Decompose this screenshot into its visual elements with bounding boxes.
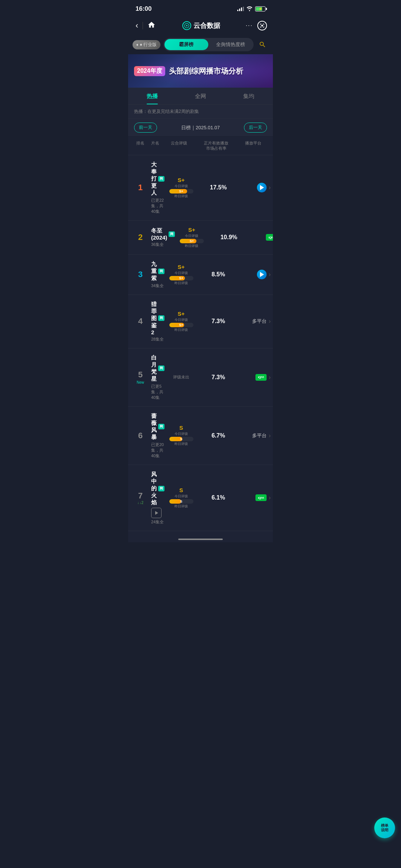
table-row[interactable]: 2 冬至(2024) 网 36集全 S+ 今日评级 S+ 昨日评级 10.9% … — [128, 221, 273, 255]
show-title-1: 大奉打更人 网 — [151, 161, 164, 196]
rating-badge-7: S — [179, 487, 183, 493]
signal-icon — [237, 7, 244, 11]
battery-icon: ⚡ — [255, 6, 265, 12]
home-button[interactable] — [146, 19, 157, 32]
back-button[interactable]: ‹ — [134, 19, 140, 32]
title-col-3: 九重紫 网 34集全 — [150, 261, 164, 289]
diamond-icon: ♦ — [136, 42, 138, 47]
prev-day-button[interactable]: 前一天 — [134, 123, 157, 133]
status-time: 16:00 — [136, 5, 151, 13]
yesterday-label: 昨日评级 — [175, 328, 188, 332]
market-col-7: 6.1% — [198, 494, 239, 501]
today-bar: S — [169, 499, 193, 504]
header-rank: 排名 — [131, 140, 150, 151]
tab-avg[interactable]: 集均 — [225, 88, 273, 104]
date-navigation: 前一天 日榜｜2025.01.07 后一天 — [128, 119, 273, 137]
iqiyi-icon: iQIYI — [255, 374, 267, 381]
wifi-icon — [246, 6, 253, 12]
table-row[interactable]: 1 大奉打更人 网 已更22集，共40集 S+ 今日评级 S+ 昨日评级 17.… — [128, 155, 273, 221]
table-row[interactable]: 6 蔷薇风暴 网 已更20集，共40集 S 今日评级 S 昨日评级 6.7% 多… — [128, 407, 273, 465]
platform-col-3: › — [239, 270, 272, 279]
svg-point-1 — [186, 25, 188, 26]
today-bar-label: S — [180, 500, 182, 503]
show-subtitle-6: 已更20集，共40集 — [151, 442, 164, 459]
net-badge: 网 — [158, 486, 164, 491]
title-col-4: 猎罪图鉴2 网 28集全 — [150, 301, 164, 342]
rating-bar-4: 今日评级 S+ 昨日评级 — [166, 318, 196, 332]
today-label: 今日评级 — [175, 271, 188, 276]
show-subtitle-7: 24集全 — [151, 519, 164, 525]
yesterday-label: 昨日评级 — [175, 281, 188, 286]
today-bar: S+ — [169, 276, 193, 280]
search-button[interactable] — [257, 39, 268, 51]
table-row[interactable]: 4 猎罪图鉴2 网 28集全 S+ 今日评级 S+ 昨日评级 7.3% 多平台 … — [128, 295, 273, 348]
platform-col-6: 多平台 › — [239, 432, 272, 439]
platform-col-1: › — [239, 183, 272, 192]
header-rating: 云合评级 — [162, 140, 196, 151]
market-col-3: 8.5% — [198, 271, 239, 278]
today-bar-label: S+ — [179, 189, 183, 193]
iqiyi-icon: iQIYI — [255, 494, 267, 501]
platform-col-7: iQIYI › — [239, 494, 272, 501]
show-subtitle-2: 36集全 — [151, 242, 175, 247]
youku-icon — [257, 270, 267, 279]
yunhe-logo — [182, 21, 191, 30]
arrow-right: › — [269, 374, 271, 381]
rating-bar-1: 今日评级 S+ 昨日评级 — [166, 184, 196, 199]
today-bar-label: S+ — [179, 276, 183, 280]
arrow-right: › — [269, 184, 271, 191]
arrow-right: › — [269, 494, 271, 501]
tab-hot[interactable]: 热播 — [128, 88, 176, 104]
platform-col-4: 多平台 › — [239, 318, 272, 325]
rating-badge-1: S+ — [178, 177, 185, 183]
rank-col-5: 5 New — [131, 370, 150, 384]
show-subtitle-4: 28集全 — [151, 337, 164, 342]
play-badge-icon — [155, 511, 158, 515]
rating-badge-4: S+ — [178, 311, 185, 317]
youku-play-icon — [260, 185, 264, 190]
svg-rect-2 — [261, 25, 263, 27]
show-subtitle-3: 34集全 — [151, 283, 164, 289]
more-button[interactable]: ··· — [246, 22, 253, 29]
table-row[interactable]: 5 New 白月梵星 网 已更5集，共40集 评级未出 7.3% iQIYI › — [128, 348, 273, 407]
home-indicator-bar — [178, 539, 223, 540]
title-col-7: 风中的火焰 网 24集全 — [150, 471, 164, 525]
industry-badge[interactable]: ♦ ♦ 行业版 — [133, 40, 160, 49]
play-badge-container — [151, 508, 164, 518]
today-bar: S+ — [169, 323, 193, 327]
content-tabs: 热播 全网 集均 — [128, 88, 273, 105]
rank-number: 7 — [138, 491, 143, 501]
tab-baping[interactable]: 霸屏榜 — [164, 39, 208, 50]
title-col-5: 白月梵星 网 已更5集，共40集 — [150, 354, 164, 400]
rating-col-7: S 今日评级 S 昨日评级 — [164, 487, 198, 509]
rank-number: 2 — [138, 233, 143, 242]
rating-bar-3: 今日评级 S+ 昨日评级 — [166, 271, 196, 286]
table-row[interactable]: 7 ↓ ↓2 风中的火焰 网 24集全 S 今日评级 S 昨日评级 6.1% — [128, 465, 273, 531]
next-day-button[interactable]: 后一天 — [244, 123, 267, 133]
rank-number: 3 — [138, 270, 143, 279]
rating-col-6: S 今日评级 S 昨日评级 — [164, 425, 198, 446]
top-tab-bar: ♦ ♦ 行业版 霸屏榜 全舆情热度榜 — [128, 35, 273, 54]
yesterday-label: 昨日评级 — [175, 194, 188, 199]
today-label: 今日评级 — [175, 318, 188, 322]
arrow-right: › — [269, 271, 271, 278]
market-col-2: 10.9% — [208, 234, 249, 241]
title-col-6: 蔷薇风暴 网 已更20集，共40集 — [150, 413, 164, 459]
show-title-3: 九重紫 网 — [151, 261, 164, 282]
title-col-1: 大奉打更人 网 已更22集，共40集 — [150, 161, 164, 214]
today-bar-label: S+ — [190, 239, 194, 243]
rating-bar-7: 今日评级 S 昨日评级 — [166, 494, 196, 509]
market-col-4: 7.3% — [198, 318, 239, 325]
today-label: 今日评级 — [175, 494, 188, 499]
tab-all[interactable]: 全网 — [176, 88, 225, 104]
net-badge: 网 — [158, 315, 164, 321]
platform-col-5: iQIYI › — [239, 374, 272, 381]
yesterday-label: 昨日评级 — [175, 504, 188, 509]
rank-col-3: 3 — [131, 270, 150, 279]
rank-number: 1 — [138, 183, 143, 192]
scan-button[interactable] — [257, 21, 267, 30]
rank-col-2: 2 — [131, 233, 150, 242]
tab-yuqing[interactable]: 全舆情热度榜 — [209, 39, 252, 50]
table-row[interactable]: 3 九重紫 网 34集全 S+ 今日评级 S+ 昨日评级 8.5% › — [128, 255, 273, 295]
today-bar: S — [169, 437, 193, 441]
